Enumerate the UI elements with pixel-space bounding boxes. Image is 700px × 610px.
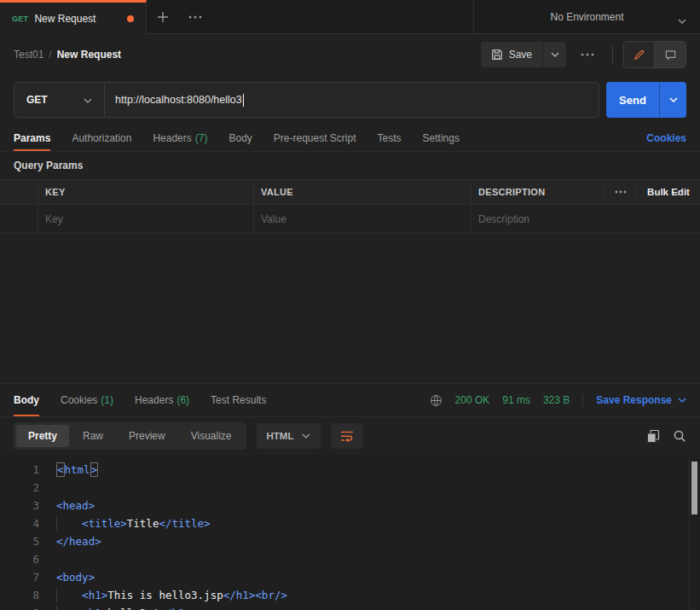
key-input[interactable]: Key: [45, 213, 246, 225]
tab-pre-request-script[interactable]: Pre-request Script: [274, 125, 356, 151]
response-viewer-toolbar: Pretty Raw Preview Visualize HTML: [0, 417, 700, 455]
view-mode-pretty[interactable]: Pretty: [16, 425, 69, 447]
response-tab-test-results[interactable]: Test Results: [211, 384, 266, 416]
chevron-down-icon: [551, 52, 559, 57]
code-line-content: <title>Title</title>: [56, 514, 211, 532]
line-number: 6: [0, 550, 39, 568]
tab-settings[interactable]: Settings: [423, 125, 460, 151]
wrap-text-button[interactable]: [331, 423, 363, 449]
code-line-content: <h1>hello3 !</h1>: [56, 604, 191, 610]
table-row: Key Value Description: [0, 205, 700, 234]
tab-headers[interactable]: Headers (7): [153, 125, 207, 151]
headers-count-badge: (7): [195, 132, 208, 144]
line-number: 9: [0, 604, 39, 610]
request-tab[interactable]: GET New Request: [0, 0, 147, 34]
comments-button[interactable]: [655, 42, 686, 67]
query-params-table: KEY VALUE DESCRIPTION Bulk Edit Key Valu…: [0, 179, 700, 234]
row-select-cell[interactable]: [0, 205, 38, 233]
edit-documentation-button[interactable]: [624, 42, 655, 67]
wrap-text-icon: [340, 430, 354, 443]
text-cursor: [243, 94, 244, 107]
send-button[interactable]: Send: [606, 82, 659, 118]
send-button-group: Send: [606, 82, 686, 118]
tab-options-button[interactable]: [179, 0, 211, 33]
response-tab-cookies[interactable]: Cookies (1): [61, 384, 113, 416]
copy-icon: [646, 429, 660, 443]
chevron-down-icon: [302, 433, 310, 439]
chevron-down-icon: [678, 15, 686, 26]
column-header-value: VALUE: [261, 187, 293, 197]
plus-icon: [157, 11, 169, 23]
save-response-button[interactable]: Save Response: [596, 394, 686, 406]
view-mode-visualize[interactable]: Visualize: [179, 425, 244, 447]
globe-icon: [430, 394, 443, 407]
response-headers-count-badge: (6): [176, 394, 189, 406]
search-icon: [673, 429, 686, 443]
description-input[interactable]: Description: [478, 213, 693, 225]
unsaved-dot: [127, 15, 134, 22]
query-params-title: Query Params: [0, 152, 700, 179]
save-button[interactable]: Save: [481, 42, 542, 67]
status-badge[interactable]: 200 OK: [455, 394, 490, 406]
code-line: 7<body>: [0, 568, 700, 586]
editor-scrollbar-track[interactable]: [689, 455, 700, 610]
line-number: 5: [0, 532, 39, 550]
line-number: 7: [0, 568, 39, 586]
editor-scrollbar-thumb[interactable]: [691, 462, 697, 514]
tab-body[interactable]: Body: [229, 125, 252, 151]
save-response-label: Save Response: [596, 394, 672, 406]
code-line-content: <html>: [56, 461, 98, 479]
save-button-group: Save: [481, 42, 566, 67]
request-more-options-button[interactable]: [573, 42, 602, 67]
value-input[interactable]: Value: [261, 213, 464, 225]
request-header-row: Test01 / New Request Save: [0, 34, 700, 75]
search-button[interactable]: [673, 429, 686, 443]
view-mode-raw[interactable]: Raw: [71, 425, 115, 447]
code-editor-lines: 1<html>23<head>4 <title>Title</title>5</…: [0, 461, 700, 610]
breadcrumb-collection[interactable]: Test01: [14, 49, 43, 61]
code-line: 2: [0, 479, 700, 497]
postman-window: GET New Request No Environment Test01 / …: [0, 0, 700, 610]
tab-tests[interactable]: Tests: [378, 125, 402, 151]
response-tab-headers[interactable]: Headers (6): [135, 384, 189, 416]
tab-params[interactable]: Params: [14, 125, 50, 151]
code-line: 3<head>: [0, 497, 700, 514]
code-line: 4 <title>Title</title>: [0, 514, 700, 532]
column-header-description: DESCRIPTION: [478, 187, 545, 197]
response-tab-body[interactable]: Body: [14, 384, 39, 416]
language-select[interactable]: HTML: [257, 423, 321, 449]
environment-selector[interactable]: No Environment: [473, 0, 700, 33]
line-number: 3: [0, 497, 39, 514]
tab-method-badge: GET: [12, 15, 28, 23]
params-more-options-button[interactable]: [605, 180, 637, 204]
code-line-content: <head>: [56, 497, 95, 514]
response-size[interactable]: 323 B: [543, 394, 570, 406]
tab-authorization[interactable]: Authorization: [72, 125, 131, 151]
response-body-editor[interactable]: 1<html>23<head>4 <title>Title</title>5</…: [0, 455, 700, 610]
code-line-content: <body>: [56, 568, 95, 586]
new-tab-button[interactable]: [147, 0, 179, 33]
chevron-down-icon: [84, 94, 92, 106]
view-mode-preview[interactable]: Preview: [117, 425, 177, 447]
chevron-down-icon: [669, 97, 678, 102]
breadcrumb: Test01 / New Request: [14, 49, 121, 61]
viewer-right-actions: [646, 429, 686, 443]
table-header-row: KEY VALUE DESCRIPTION Bulk Edit: [0, 179, 700, 205]
response-time[interactable]: 91 ms: [502, 394, 530, 406]
environment-label: No Environment: [550, 11, 623, 23]
doc-comment-group: [623, 41, 686, 68]
more-options-icon: [581, 53, 594, 56]
line-number: 2: [0, 479, 39, 497]
line-number: 8: [0, 586, 39, 604]
line-number: 4: [0, 514, 39, 532]
url-input[interactable]: http://localhost:8080/hello3: [105, 83, 599, 117]
pencil-icon: [633, 49, 645, 61]
code-line-content: <h1>This is hello3.jsp</h1><br/>: [56, 586, 287, 604]
copy-button[interactable]: [646, 429, 660, 443]
cookies-link[interactable]: Cookies: [646, 132, 686, 144]
method-select[interactable]: GET: [14, 83, 105, 117]
bulk-edit-button[interactable]: Bulk Edit: [637, 180, 700, 204]
save-options-button[interactable]: [542, 42, 566, 67]
send-options-button[interactable]: [659, 82, 686, 118]
params-empty-area: [0, 234, 700, 383]
